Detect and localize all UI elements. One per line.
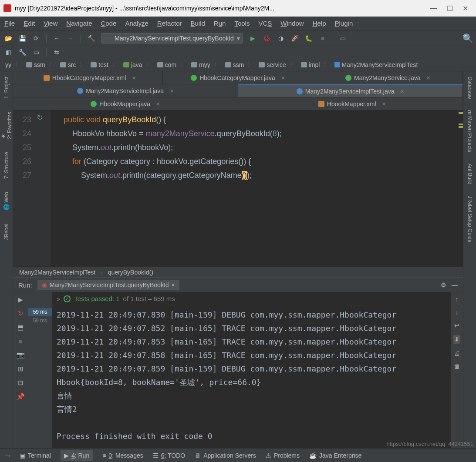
dump-icon[interactable]: 📷	[17, 351, 25, 359]
console-output[interactable]: 2019-11-21 20:49:07.830 [main-159] DEBUG…	[52, 305, 451, 448]
crumb-test[interactable]: test	[88, 61, 121, 69]
menu-tools[interactable]: Tools	[234, 20, 250, 27]
bottom-javaee[interactable]: ☕ Java Enterprise	[309, 452, 361, 459]
refresh-icon[interactable]: ⟳	[32, 34, 40, 42]
tool-favorites[interactable]: ★2: Favorites	[0, 109, 13, 142]
run-tab[interactable]: ◉ Many2ManyServiceImplTest.queryByBookId…	[37, 280, 179, 290]
open-icon[interactable]: 📂	[4, 34, 12, 42]
settings-icon[interactable]: ⊟	[18, 379, 24, 387]
build-icon[interactable]: 🔨	[87, 34, 95, 42]
menu-analyze[interactable]: Analyze	[125, 20, 148, 27]
jrebel-run-icon[interactable]: 🚀	[291, 34, 299, 42]
close-icon[interactable]: ×	[170, 87, 173, 94]
close-icon[interactable]: ×	[132, 74, 135, 81]
close-icon[interactable]: ×	[426, 74, 430, 81]
tool-ant[interactable]: Ant Build	[467, 161, 473, 187]
crumb-root[interactable]: yy	[3, 61, 24, 69]
forward-icon[interactable]: →	[67, 34, 74, 42]
structure-icon[interactable]: ▭	[339, 34, 347, 42]
tab-hbookcategorymapper-java[interactable]: HbookCategoryMapper.java×	[163, 71, 313, 84]
crumb-java[interactable]: java	[121, 61, 155, 69]
down-icon[interactable]: ↓	[456, 309, 459, 316]
minimize-button[interactable]: —	[430, 4, 437, 13]
crumb-module[interactable]: ssm	[24, 61, 57, 69]
run-config-combo[interactable]: Many2ManyServiceImplTest.queryByBookId	[101, 33, 243, 44]
menu-build[interactable]: Build	[190, 20, 205, 27]
tool-database[interactable]: Database	[467, 74, 473, 101]
back-icon[interactable]: ←	[53, 34, 61, 42]
menu-code[interactable]: Code	[101, 20, 117, 27]
menu-view[interactable]: View	[44, 20, 57, 27]
wrap-icon[interactable]: ↩	[454, 322, 459, 329]
close-icon[interactable]: ×	[156, 100, 160, 107]
print-icon[interactable]: 🖨	[454, 350, 460, 357]
code-editor[interactable]: 2324252627 ↻ public void queryByBookId()…	[13, 110, 463, 266]
tool-window-icon[interactable]: ▭	[4, 452, 10, 459]
stop-icon[interactable]: ■	[319, 34, 327, 42]
trail-class[interactable]: Many2ManyServiceImplTest	[19, 269, 95, 276]
menu-refactor[interactable]: Refactor	[157, 20, 182, 27]
tool-maven[interactable]: m Maven Projects	[467, 107, 473, 155]
up-icon[interactable]: ↑	[456, 296, 459, 303]
crumb-com[interactable]: com	[155, 61, 189, 69]
crumb-myy[interactable]: myy	[189, 61, 223, 69]
wrench-icon[interactable]: 🔧	[18, 48, 26, 56]
tool-project[interactable]: 1: Project	[3, 74, 10, 101]
menu-run[interactable]: Run	[214, 20, 226, 27]
menu-navigate[interactable]: Navigate	[66, 20, 92, 27]
menu-help[interactable]: Help	[313, 20, 326, 27]
tool-icon-1[interactable]: ◧	[4, 48, 12, 56]
close-icon[interactable]: ×	[172, 281, 175, 288]
menu-vcs[interactable]: VCS	[258, 20, 272, 27]
tab-hbookmapper-xml[interactable]: HbookMapper.xml×	[238, 97, 463, 110]
trail-method[interactable]: queryByBookId()	[108, 269, 153, 276]
tab-many2manyservice-java[interactable]: Many2ManyService.java×	[313, 71, 463, 84]
tool-icon-4[interactable]: ⇆	[53, 48, 61, 56]
export-icon[interactable]: ⬇	[453, 335, 460, 344]
tab-many2manyserviceimpltest[interactable]: Many2ManyServiceImplTest.java×	[238, 84, 463, 97]
tool-structure[interactable]: 7: Structure	[3, 149, 10, 181]
rerun-failed-icon[interactable]: ↻	[18, 310, 24, 318]
bottom-appservers[interactable]: 🖥 Application Servers	[195, 452, 256, 459]
stop-icon[interactable]: ■	[18, 338, 22, 345]
tool-jrebel[interactable]: JRebel	[3, 221, 10, 242]
crumb-file[interactable]: Many2ManyServiceImplTest	[332, 61, 424, 68]
close-icon[interactable]: ×	[400, 88, 404, 95]
trash-icon[interactable]: 🗑	[454, 363, 460, 370]
bottom-problems[interactable]: ⚠ Problems	[266, 452, 300, 459]
menu-window[interactable]: Window	[280, 20, 304, 27]
code-content[interactable]: public void queryByBookId() { HbookVo hb…	[51, 110, 286, 266]
bottom-run[interactable]: ▶ 4: Run	[61, 450, 93, 461]
save-icon[interactable]: 💾	[18, 34, 26, 42]
tool-web[interactable]: 🌐 Web	[3, 189, 10, 213]
menu-plugin[interactable]: Plugin	[335, 20, 353, 27]
tool-icon-3[interactable]: ▭	[32, 48, 40, 56]
bottom-terminal[interactable]: ▣ Terminal	[20, 452, 51, 459]
layout-icon[interactable]: ⊞	[18, 365, 24, 373]
pin-icon[interactable]: 📌	[17, 393, 25, 401]
close-button[interactable]: ✕	[462, 4, 468, 13]
tab-many2manyserviceimpl[interactable]: Many2ManyServiceImpl.java×	[13, 84, 238, 97]
hide-panel-icon[interactable]: —	[452, 281, 458, 288]
toggle-autotest-icon[interactable]: ⬒	[17, 324, 24, 331]
debug-icon[interactable]: 🐞	[263, 34, 271, 42]
bottom-todo[interactable]: ☰ 6: TODO	[153, 452, 186, 459]
rerun-icon[interactable]: ▶	[18, 296, 23, 304]
coverage-icon[interactable]: ◑	[277, 34, 285, 42]
bottom-messages[interactable]: ≡ 0: Messages	[102, 452, 143, 459]
tab-hbookmapper-java[interactable]: HbookMapper.java×	[13, 97, 238, 110]
close-icon[interactable]: ×	[382, 100, 386, 107]
crumb-impl[interactable]: impl	[298, 61, 332, 69]
crumb-ssm[interactable]: ssm	[223, 61, 257, 69]
crumb-service[interactable]: service	[256, 61, 298, 69]
maximize-button[interactable]: ☐	[447, 4, 453, 13]
menu-edit[interactable]: Edit	[24, 20, 35, 27]
gear-icon[interactable]: ⚙	[441, 281, 446, 288]
jrebel-debug-icon[interactable]: 🐛	[305, 34, 313, 42]
close-icon[interactable]: ×	[281, 74, 285, 81]
tool-jrebel-guide[interactable]: JRebel Setup Guide	[467, 193, 473, 245]
crumb-src[interactable]: src	[57, 61, 88, 69]
search-icon[interactable]: 🔍	[464, 34, 472, 42]
run-icon[interactable]: ▶	[249, 34, 257, 42]
menu-file[interactable]: File	[4, 20, 15, 27]
